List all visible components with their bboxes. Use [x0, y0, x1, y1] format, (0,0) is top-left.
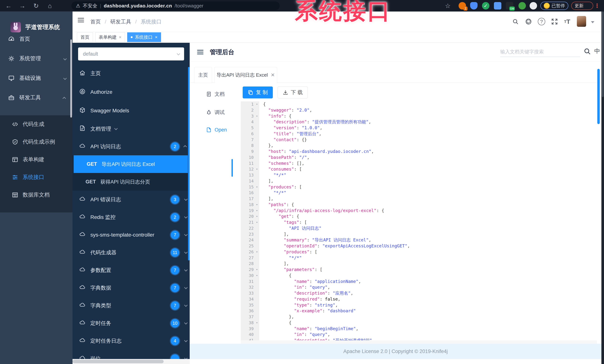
not-secure-warning-icon[interactable]: ⚠ — [76, 3, 80, 9]
line-number[interactable]: 10 — [241, 155, 259, 161]
extension-icon[interactable]: 1 — [459, 2, 466, 10]
line-number[interactable]: 15▾ — [241, 184, 259, 190]
api-group-item[interactable]: 字典数据7 — [73, 279, 190, 297]
line-number[interactable]: 2 — [241, 107, 259, 113]
api-endpoint-item[interactable]: GET导出API 访问日志 Excel — [74, 155, 188, 173]
sidebar-item-code-generation[interactable]: 代码生成 — [0, 115, 73, 133]
api-group-item[interactable]: 定时任务10 — [73, 314, 190, 332]
fold-icon[interactable]: ▾ — [256, 202, 258, 208]
api-group-item[interactable]: 字典类型7 — [73, 297, 190, 314]
copy-button[interactable]: 复 制 — [243, 87, 273, 98]
sidebar-scrollbar[interactable] — [70, 39, 72, 118]
api-group-item[interactable]: API 访问日志2 — [73, 138, 190, 155]
extension-icon[interactable] — [470, 2, 478, 10]
line-number[interactable]: 33 — [241, 290, 259, 296]
tag-system-api[interactable]: 系统接口 × — [127, 32, 161, 42]
line-number[interactable]: 17 — [241, 196, 259, 202]
sidebar-item-form-builder[interactable]: 表单构建 — [0, 151, 73, 168]
line-number[interactable]: 26▾ — [241, 249, 259, 255]
line-number[interactable]: 38▾ — [241, 320, 259, 326]
line-number[interactable]: 12▾ — [241, 166, 259, 172]
fold-icon[interactable]: ▾ — [256, 113, 258, 119]
line-number[interactable]: 32 — [241, 284, 259, 290]
browser-reload-icon[interactable]: ↻ — [31, 0, 41, 12]
line-number[interactable]: 21▾ — [241, 219, 259, 226]
fold-icon[interactable]: ▾ — [256, 101, 258, 107]
line-number[interactable]: 27 — [241, 255, 259, 261]
docs-nav-item[interactable]: Swagger Models — [73, 101, 190, 120]
line-number[interactable]: 40 — [241, 332, 259, 338]
caret-down-icon[interactable] — [591, 21, 594, 23]
api-group-item[interactable]: 代码生成器11 — [73, 244, 190, 261]
line-number[interactable]: 25 — [241, 243, 259, 249]
fold-icon[interactable]: ▾ — [256, 267, 258, 273]
line-number[interactable]: 19▾ — [241, 208, 259, 214]
fold-icon[interactable]: ▾ — [256, 184, 258, 190]
api-endpoint-item[interactable]: GET获得API 访问日志分页 — [73, 173, 190, 191]
tag-form-builder[interactable]: 表单构建 × — [95, 32, 125, 42]
download-button[interactable]: 下 载 — [278, 87, 308, 98]
font-size-icon[interactable]: TT — [563, 17, 572, 26]
fold-icon[interactable]: ▾ — [256, 166, 258, 172]
line-number[interactable]: 5 — [241, 125, 259, 131]
side-tab-debug[interactable]: 调试 — [190, 106, 240, 119]
line-number[interactable]: 30▾ — [241, 273, 259, 279]
line-number[interactable]: 11 — [241, 161, 259, 166]
browser-menu-icon[interactable]: ⋮ — [594, 2, 600, 9]
sidebar-item-dev-tools[interactable]: 研发工具 — [0, 88, 73, 107]
address-bar[interactable]: ⚠ 不安全 | dashboard.yudao.iocoder.cn/tool/… — [71, 1, 280, 10]
line-number[interactable]: 24 — [241, 237, 259, 243]
line-number[interactable]: 31 — [241, 279, 259, 285]
line-number[interactable]: 13 — [241, 172, 259, 178]
fold-icon[interactable]: ▾ — [256, 320, 258, 326]
line-number[interactable]: 22 — [241, 226, 259, 231]
help-icon[interactable]: ? — [537, 17, 546, 26]
scrollbar-thumb[interactable] — [602, 12, 604, 97]
line-number[interactable]: 16 — [241, 190, 259, 196]
fold-icon[interactable]: ▾ — [256, 219, 258, 226]
sidebar-item-system-management[interactable]: 系统管理 — [0, 49, 73, 68]
side-tab-document[interactable]: 文档 — [190, 88, 240, 101]
extension-icon[interactable]: ✓ — [482, 2, 490, 10]
api-group-item[interactable]: 定时任务日志4 — [73, 332, 190, 350]
api-group-item[interactable]: 参数配置7 — [73, 261, 190, 279]
line-number[interactable]: 39 — [241, 326, 259, 332]
line-number[interactable]: 20▾ — [241, 213, 259, 219]
tag-home[interactable]: 首页 — [77, 32, 93, 42]
browser-back-icon[interactable]: ← — [3, 0, 14, 12]
line-number[interactable]: 8 — [241, 143, 259, 149]
api-group-item[interactable]: API 错误日志3 — [73, 191, 190, 208]
line-number[interactable]: 4 — [241, 119, 259, 125]
fold-icon[interactable]: ▾ — [256, 213, 258, 219]
docs-nav-item[interactable]: Authorize — [73, 83, 190, 101]
line-number[interactable]: 9 — [241, 149, 259, 155]
collapse-sidebar-icon[interactable] — [197, 49, 203, 55]
line-number[interactable]: 6 — [241, 131, 259, 137]
profile-paused-badge[interactable]: 已暂停 — [541, 2, 568, 10]
close-icon[interactable]: × — [155, 35, 158, 40]
line-number[interactable]: 34 — [241, 296, 259, 302]
line-number[interactable]: 7 — [241, 137, 259, 143]
sidebar-item-database-docs[interactable]: 数据库文档 — [0, 186, 73, 204]
api-group-select[interactable]: default — [78, 47, 184, 61]
browser-home-icon[interactable]: ⌂ — [45, 0, 55, 12]
doc-search-icon[interactable] — [584, 48, 592, 56]
line-number[interactable]: 28 — [241, 261, 259, 267]
hamburger-icon[interactable] — [78, 17, 84, 24]
browser-update-button[interactable]: 更新 — [571, 2, 593, 10]
search-icon[interactable] — [511, 17, 520, 26]
fullscreen-icon[interactable] — [550, 17, 559, 26]
line-number[interactable]: 23 — [241, 231, 259, 237]
doc-search-input[interactable] — [500, 47, 580, 57]
breadcrumb-home[interactable]: 首页 — [90, 19, 101, 25]
docs-nav-item[interactable]: 主页 — [73, 64, 190, 83]
content-vscrollbar-thumb[interactable] — [597, 69, 600, 124]
doc-tab-home[interactable]: 主页 — [194, 67, 212, 83]
side-tab-open[interactable]: Open — [190, 123, 240, 137]
docs-sidebar-scrollbar[interactable] — [188, 67, 190, 260]
line-number[interactable]: 36 — [241, 308, 259, 314]
puzzle-extensions-icon[interactable] — [530, 2, 537, 10]
editor-hscrollbar[interactable] — [241, 340, 597, 344]
github-icon[interactable] — [524, 17, 533, 26]
sidebar-item-system-api[interactable]: 系统接口 — [0, 168, 73, 186]
